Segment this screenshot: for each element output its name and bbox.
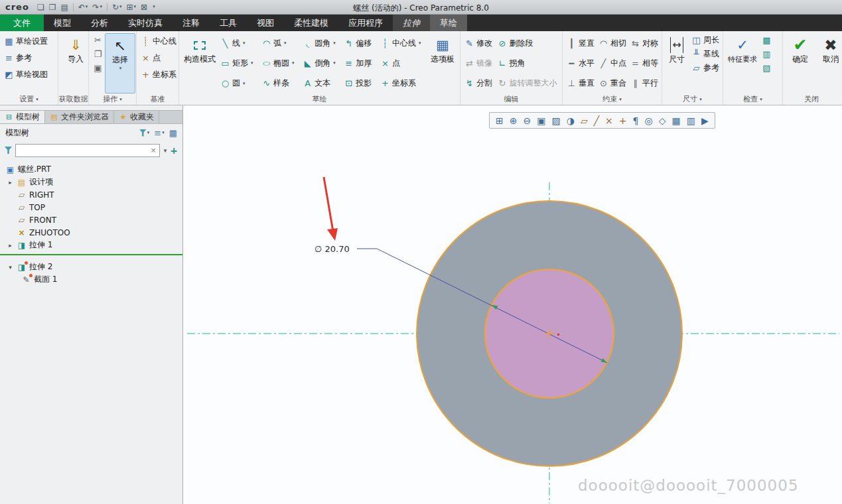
arc-button[interactable]: ◠弧▾	[259, 35, 301, 51]
tree-item-extrude-1[interactable]: ▸ ◨ 拉伸 1	[0, 239, 182, 251]
zoom-window-icon[interactable]: ⊞	[496, 115, 504, 126]
new-file-button[interactable]: ❏	[37, 3, 44, 11]
spin-center-icon[interactable]: ◎	[645, 115, 653, 126]
tab-file[interactable]: 文件	[0, 15, 44, 31]
cancel-button[interactable]: ✖ 取消	[815, 33, 842, 94]
sketch-canvas[interactable]: ∅ 20.70	[183, 105, 842, 504]
tree-item-front-plane[interactable]: ▱ FRONT	[0, 214, 182, 226]
search-options-button[interactable]: ▾	[164, 147, 167, 154]
tab-tools[interactable]: 工具	[210, 15, 247, 31]
highlight-open-ends-button[interactable]: ▥	[760, 47, 774, 60]
zoom-in-icon[interactable]: ⊕	[510, 115, 518, 126]
insert-here-indicator[interactable]	[0, 254, 182, 255]
tab-model-tree[interactable]: ⊟ 模型树	[0, 111, 45, 123]
corner-button[interactable]: ∟拐角	[496, 55, 561, 71]
tree-item-right-plane[interactable]: ▱ RIGHT	[0, 188, 182, 201]
palette-button[interactable]: ▦ 选项板	[427, 33, 458, 94]
csys-button[interactable]: +坐标系	[378, 76, 427, 92]
rectangle-button[interactable]: ▭矩形▾	[218, 55, 259, 71]
tab-sketch-active[interactable]: 草绘	[430, 15, 467, 31]
group-label-operations[interactable]: 操作▾	[89, 94, 136, 105]
spline-button[interactable]: ∿样条	[259, 76, 301, 92]
dimension-value[interactable]: ∅ 20.70	[315, 244, 350, 254]
offset-button[interactable]: ↰偏移	[342, 35, 378, 51]
tab-extrude-context[interactable]: 拉伸	[393, 15, 430, 31]
datum-point-display-icon[interactable]: ×	[605, 115, 613, 126]
tree-columns-button[interactable]: ▦	[169, 128, 177, 138]
close-window-button[interactable]: ⊠	[141, 3, 147, 11]
customize-qat-button[interactable]: ▾	[152, 5, 155, 9]
sketch-setup-button[interactable]: ▦ 草绘设置	[2, 33, 56, 49]
horizontal-constraint-button[interactable]: ━水平	[565, 55, 596, 71]
construction-mode-button[interactable]: 构造模式	[181, 33, 218, 94]
mirror-button[interactable]: ⇄镜像	[462, 55, 496, 71]
add-filter-button[interactable]: +	[170, 145, 178, 156]
datum-centerline-button[interactable]: ┊ 中心线	[139, 33, 176, 49]
datum-point-button[interactable]: × 点	[139, 50, 176, 66]
tree-item-part[interactable]: ▣ 螺丝.PRT	[0, 163, 182, 176]
tree-item-csys[interactable]: × ZHUOTOO	[0, 226, 182, 239]
zoom-out-icon[interactable]: ⊖	[523, 115, 531, 126]
tab-applications[interactable]: 应用程序	[338, 15, 393, 31]
midpoint-constraint-button[interactable]: ╱中点	[596, 55, 628, 71]
chamfer-button[interactable]: ◣倒角▾	[301, 55, 342, 71]
feature-requirements-button[interactable]: ✓ 特征要求	[725, 33, 760, 94]
saved-orientations-icon[interactable]: ▥	[687, 115, 695, 126]
centerline-button[interactable]: ┆中心线▾	[378, 35, 427, 51]
csys-display-icon[interactable]: +	[619, 115, 627, 126]
tab-flexible-modeling[interactable]: 柔性建模	[284, 15, 338, 31]
expander-icon[interactable]: ▸	[7, 179, 14, 186]
tree-item-top-plane[interactable]: ▱ TOP	[0, 201, 182, 214]
line-button[interactable]: ╲线▾	[218, 35, 259, 51]
tree-item-extrude-2[interactable]: ▾ ◨ 拉伸 2	[0, 261, 182, 273]
import-button[interactable]: ⇓ 导入	[60, 33, 91, 94]
group-label-dimension[interactable]: 尺寸▾	[662, 94, 723, 105]
group-label-constrain[interactable]: 约束▾	[563, 94, 662, 105]
tree-display-options-button[interactable]: ≡▾	[154, 128, 164, 138]
ok-button[interactable]: ✔ 确定	[785, 33, 815, 94]
tree-search-box[interactable]: ×	[15, 144, 160, 157]
baseline-button[interactable]: ╨基线	[689, 47, 721, 60]
tree-filter-button[interactable]: ▾	[139, 129, 150, 137]
reference-dim-button[interactable]: ▱参考	[689, 61, 721, 74]
ellipse-button[interactable]: ○椭圆▾	[259, 55, 301, 71]
sketch-view-orient-icon[interactable]: ▶	[701, 115, 709, 126]
vertical-constraint-button[interactable]: ┃竖直	[565, 35, 596, 51]
open-file-button[interactable]: ❒	[49, 3, 56, 11]
expander-icon[interactable]: ▾	[7, 264, 14, 271]
coincident-constraint-button[interactable]: ⊙重合	[596, 76, 628, 92]
windows-button[interactable]: ⊞▾	[126, 3, 136, 11]
modify-button[interactable]: ✎修改	[462, 35, 496, 51]
tangent-constraint-button[interactable]: ◠相切	[596, 35, 628, 51]
tree-search-input[interactable]	[19, 146, 151, 155]
annotation-display-icon[interactable]: ¶	[633, 115, 639, 126]
dimension-button[interactable]: ↔ 尺寸	[664, 33, 689, 94]
repaint-icon[interactable]: ▨	[551, 115, 560, 126]
tree-item-design-items[interactable]: ▸ ▤ 设计项	[0, 176, 182, 188]
perspective-icon[interactable]: ◇	[659, 115, 666, 126]
datum-axis-display-icon[interactable]: ╱	[594, 115, 599, 126]
perpendicular-constraint-button[interactable]: ⊥垂直	[565, 76, 596, 92]
text-button[interactable]: A文本	[301, 76, 342, 92]
tab-live-simulation[interactable]: 实时仿真	[118, 15, 173, 31]
fillet-button[interactable]: ◟圆角▾	[301, 35, 342, 51]
tab-annotate[interactable]: 注释	[173, 15, 210, 31]
undo-button[interactable]: ↶▾	[78, 3, 88, 11]
sketch-view-button[interactable]: ◩ 草绘视图	[2, 66, 56, 82]
tab-model[interactable]: 模型	[44, 15, 81, 31]
tree-item-section-1[interactable]: ✎ 截面 1	[0, 273, 182, 286]
tab-analysis[interactable]: 分析	[81, 15, 118, 31]
datum-plane-display-icon[interactable]: ▱	[581, 115, 588, 126]
clear-search-icon[interactable]: ×	[151, 146, 157, 155]
tab-folder-browser[interactable]: ▤ 文件夹浏览器	[45, 111, 114, 123]
regenerate-button[interactable]: ↻▾	[112, 3, 122, 11]
group-label-inspect[interactable]: 检查▾	[723, 94, 782, 105]
datum-csys-button[interactable]: + 坐标系	[139, 66, 176, 82]
perimeter-button[interactable]: ◫周长	[689, 33, 721, 46]
display-style-icon[interactable]: ◑	[567, 115, 575, 126]
copy-button[interactable]: ❐	[91, 47, 105, 60]
refit-icon[interactable]: ▣	[537, 115, 545, 126]
parallel-constraint-button[interactable]: ∥平行	[628, 76, 660, 92]
redo-button[interactable]: ↷▾	[92, 3, 102, 11]
select-tool-button[interactable]: ↖ 选择 ▾	[105, 33, 135, 94]
